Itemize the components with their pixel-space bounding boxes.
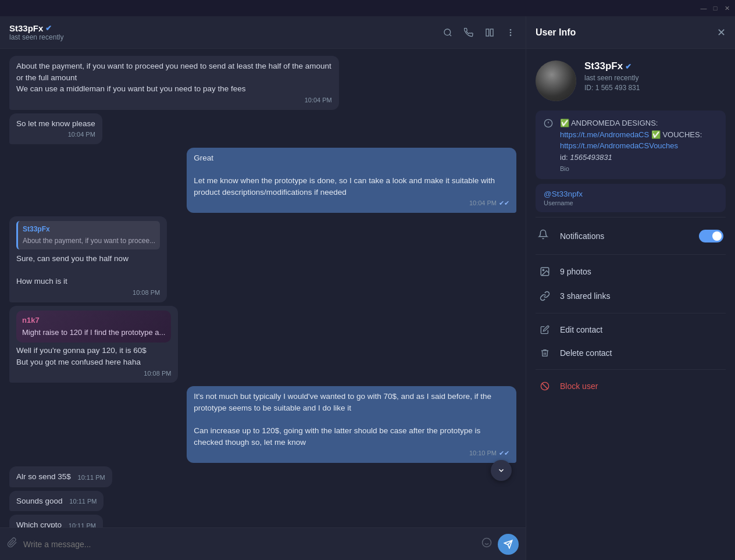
svg-point-6 <box>510 34 512 36</box>
avatar <box>536 60 576 101</box>
table-row: Which crypto 10:11 PM <box>9 515 516 527</box>
read-check-icon: ✔✔ <box>499 449 509 458</box>
scroll-bottom-button[interactable] <box>491 460 512 481</box>
notifications-label: Notifications <box>560 231 691 241</box>
edit-icon <box>538 325 552 334</box>
edit-contact-row[interactable]: Edit contact <box>536 318 726 341</box>
profile-status: last seen recently <box>584 74 726 82</box>
read-check-icon: ✔✔ <box>499 199 509 208</box>
message-time: 10:11 PM <box>78 473 105 483</box>
notifications-row: Notifications <box>536 222 726 249</box>
message-bubble: It's not much but typically I would've w… <box>187 386 516 463</box>
minimize-btn[interactable]: — <box>700 5 707 12</box>
app-body: St33pFx ✔ last seen recently <box>0 16 735 560</box>
username-section: @St33npfx Username <box>536 184 726 212</box>
svg-rect-3 <box>490 29 493 36</box>
bell-icon <box>538 229 552 242</box>
message-time: 10:11 PM <box>69 522 96 527</box>
svg-point-5 <box>510 31 512 33</box>
bio-link-1[interactable]: https://t.me/AndromedaCS <box>560 130 649 139</box>
table-row: So let me know please 10:04 PM <box>9 113 516 145</box>
panel-title: User Info <box>536 27 576 38</box>
divider-2 <box>536 254 726 255</box>
profile-section: St33pFx ✔ last seen recently ID: 1 565 4… <box>536 60 726 101</box>
columns-icon[interactable] <box>484 27 495 38</box>
message-bubble: GreatLet me know when the prototype is d… <box>187 148 516 213</box>
shared-links-row[interactable]: 3 shared links <box>536 284 726 308</box>
maximize-btn[interactable]: □ <box>712 5 719 12</box>
user-info-panel: User Info ✕ St33pFx ✔ last seen recently… <box>526 16 735 560</box>
divider-3 <box>536 313 726 313</box>
svg-rect-2 <box>486 29 489 36</box>
forward-card: n1k7 Might raise to 120 if I find the pr… <box>16 311 171 343</box>
link-icon <box>538 291 552 301</box>
table-row: It's not much but typically I would've w… <box>9 386 516 463</box>
profile-info: St33pFx ✔ last seen recently ID: 1 565 4… <box>584 60 726 92</box>
table-row: Alr so send 35$ 10:11 PM <box>9 466 516 487</box>
chat-header: St33pFx ✔ last seen recently <box>0 16 526 49</box>
titlebar: — □ ✕ <box>0 0 735 16</box>
trash-icon <box>538 348 552 358</box>
profile-verified-badge: ✔ <box>625 62 631 71</box>
svg-point-16 <box>543 269 544 270</box>
message-input[interactable] <box>23 540 476 549</box>
verified-badge: ✔ <box>45 24 52 33</box>
more-icon[interactable] <box>505 27 516 38</box>
svg-point-7 <box>483 538 491 547</box>
delete-contact-label: Delete contact <box>560 348 612 358</box>
message-time: 10:08 PM <box>16 369 171 379</box>
block-user-row[interactable]: Block user <box>536 374 726 398</box>
shared-links-label: 3 shared links <box>560 291 723 301</box>
panel-body: St33pFx ✔ last seen recently ID: 1 565 4… <box>526 49 735 409</box>
avatar-image <box>536 60 576 101</box>
svg-line-1 <box>449 34 451 36</box>
table-row: About the payment, if you want to procee… <box>9 56 516 110</box>
message-bubble: About the payment, if you want to procee… <box>9 56 339 110</box>
close-btn[interactable]: ✕ <box>723 5 730 12</box>
bio-link-2[interactable]: https://t.me/AndromedaCSVouches <box>560 141 678 150</box>
info-icon <box>544 119 553 130</box>
message-bubble: Alr so send 35$ 10:11 PM <box>9 466 112 487</box>
attachment-icon[interactable] <box>7 537 17 551</box>
message-bubble: n1k7 Might raise to 120 if I find the pr… <box>9 306 178 383</box>
profile-name: St33pFx ✔ <box>584 60 726 72</box>
username-label: Username <box>544 199 718 206</box>
username-value: @St33npfx <box>544 190 718 198</box>
reply-quote: St33pFx About the payment, if you want t… <box>16 221 160 249</box>
message-bubble: St33pFx About the payment, if you want t… <box>9 216 167 302</box>
table-row: n1k7 Might raise to 120 if I find the pr… <box>9 306 516 383</box>
profile-id: ID: 1 565 493 831 <box>584 84 726 92</box>
photos-label: 9 photos <box>560 267 723 276</box>
message-bubble: So let me know please 10:04 PM <box>9 113 102 145</box>
photos-icon <box>538 266 552 277</box>
chat-panel: St33pFx ✔ last seen recently <box>0 16 526 560</box>
chat-header-actions <box>442 27 516 38</box>
search-icon[interactable] <box>442 27 454 38</box>
phone-icon[interactable] <box>463 27 474 38</box>
message-time: 10:04 PM ✔✔ <box>194 199 509 208</box>
emoji-icon[interactable] <box>481 537 492 551</box>
send-button[interactable] <box>498 534 519 555</box>
messages-area: About the payment, if you want to procee… <box>0 49 526 527</box>
block-icon <box>538 381 552 391</box>
chat-status: last seen recently <box>9 33 435 41</box>
svg-point-0 <box>444 29 451 35</box>
notifications-toggle[interactable] <box>699 230 723 242</box>
block-user-label: Block user <box>560 381 598 391</box>
bio-section: ✅ ANDROMEDA DESIGNS: https://t.me/Androm… <box>536 110 726 179</box>
panel-close-button[interactable]: ✕ <box>717 26 726 39</box>
messages-wrapper: About the payment, if you want to procee… <box>0 49 526 527</box>
svg-line-18 <box>542 383 547 388</box>
table-row: St33pFx About the payment, if you want t… <box>9 216 516 302</box>
delete-contact-row[interactable]: Delete contact <box>536 341 726 365</box>
divider-4 <box>536 369 726 370</box>
table-row: GreatLet me know when the prototype is d… <box>9 148 516 213</box>
message-time: 10:08 PM <box>16 288 160 298</box>
photos-row[interactable]: 9 photos <box>536 259 726 284</box>
message-time: 10:11 PM <box>69 497 97 507</box>
divider <box>536 217 726 217</box>
panel-header: User Info ✕ <box>526 16 735 49</box>
message-bubble: Sounds good 10:11 PM <box>9 491 104 512</box>
bio-content: ✅ ANDROMEDA DESIGNS: https://t.me/Androm… <box>560 117 702 172</box>
message-bubble: Which crypto 10:11 PM <box>9 515 103 527</box>
